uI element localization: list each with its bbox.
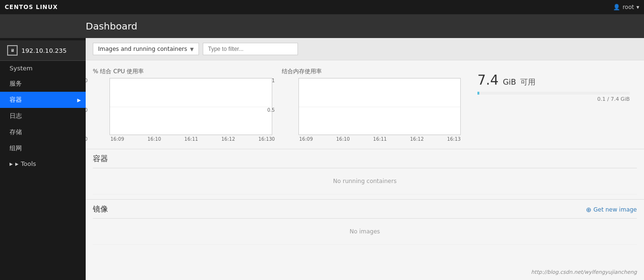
sidebar-item-services[interactable]: 服务 xyxy=(0,76,86,92)
memory-chart-wrapper: 1 0.5 0 16:09 16:10 16:11 xyxy=(282,78,461,142)
memory-number: 7.4 xyxy=(477,72,499,88)
images-section-header: 镜像 ⊕ Get new image xyxy=(93,204,637,219)
user-menu[interactable]: 👤 root ▾ xyxy=(613,4,639,10)
cpu-chart-svg xyxy=(110,78,272,135)
memory-chart-box xyxy=(298,78,461,135)
footer-watermark: http://blog.csdn.net/wylfengyujiancheng xyxy=(531,269,637,275)
memory-chart-container: 结合内存使用率 1 0.5 0 1 xyxy=(282,68,461,142)
cpu-chart-container: % 结合 CPU 使用率 100 50 0 xyxy=(93,68,272,142)
sidebar-item-system[interactable]: System xyxy=(0,61,86,76)
memory-y-labels: 1 0.5 0 xyxy=(268,78,275,142)
sidebar-item-network[interactable]: 组网 xyxy=(0,140,86,156)
sidebar-item-storage[interactable]: 存储 xyxy=(0,124,86,140)
memory-chart-svg xyxy=(299,78,461,135)
containers-section: 容器 No running containers xyxy=(86,149,644,199)
sidebar-device[interactable]: 🖥 192.10.10.235 xyxy=(0,40,86,61)
sidebar-item-logs[interactable]: 日志 xyxy=(0,108,86,124)
cpu-x-label-4: 16:12 xyxy=(221,136,235,142)
memory-value-row: 7.4 GiB 可用 xyxy=(477,72,630,88)
memory-detail: 0.1 / 7.4 GiB xyxy=(477,96,630,102)
sidebar-item-tools[interactable]: ▶ Tools xyxy=(0,156,86,171)
memory-stat: 7.4 GiB 可用 0.1 / 7.4 GiB xyxy=(470,68,637,107)
filter-bar: Images and running containers ▼ xyxy=(86,38,644,60)
memory-bar-container xyxy=(477,92,630,95)
sidebar-item-containers[interactable]: 容器 xyxy=(0,92,86,108)
memory-unit: GiB xyxy=(503,77,516,87)
sidebar-item-label: 服务 xyxy=(10,79,22,88)
topbar: CENTOS LINUX 👤 root ▾ xyxy=(0,0,644,14)
chevron-down-icon: ▼ xyxy=(190,47,194,52)
sidebar-item-label: 日志 xyxy=(10,112,22,120)
memory-bar xyxy=(477,92,479,95)
memory-x-labels: 16:09 16:10 16:11 16:12 16:13 xyxy=(298,136,461,142)
memory-y-label-bot: 0 xyxy=(268,136,275,142)
device-icon: 🖥 xyxy=(7,45,18,56)
cpu-x-label-1: 16:09 xyxy=(110,136,124,142)
memory-x-label-4: 16:12 xyxy=(410,136,424,142)
memory-x-label-3: 16:11 xyxy=(373,136,387,142)
brand-label: CENTOS LINUX xyxy=(5,4,58,10)
cpu-y-labels: 100 50 0 xyxy=(86,78,88,142)
cpu-x-labels: 16:09 16:10 16:11 16:12 16:13 xyxy=(109,136,272,142)
cpu-x-label-2: 16:10 xyxy=(148,136,161,142)
memory-available-label: 可用 xyxy=(520,77,535,87)
cpu-y-label-top: 100 xyxy=(86,78,88,83)
filter-dropdown-label: Images and running containers xyxy=(98,46,187,52)
plus-circle-icon: ⊕ xyxy=(586,206,592,213)
cpu-chart-wrapper: 100 50 0 16:09 16:10 16:1 xyxy=(93,78,272,142)
layout: 🖥 192.10.10.235 System 服务 容器 日志 存储 组网 ▶ … xyxy=(0,38,644,280)
memory-chart-title: 结合内存使用率 xyxy=(282,68,461,76)
sidebar: 🖥 192.10.10.235 System 服务 容器 日志 存储 组网 ▶ … xyxy=(0,38,86,280)
user-dropdown-icon: ▾ xyxy=(636,4,639,10)
memory-value: 7.4 GiB 可用 xyxy=(477,72,535,88)
sidebar-item-label: 容器 xyxy=(10,96,22,104)
containers-section-title: 容器 xyxy=(93,154,108,164)
main-content: Images and running containers ▼ % 结合 CPU… xyxy=(86,38,644,280)
sidebar-item-label: 存储 xyxy=(10,128,22,136)
memory-x-label-1: 16:09 xyxy=(299,136,313,142)
containers-section-header: 容器 xyxy=(93,154,637,168)
sidebar-item-label: Tools xyxy=(21,160,36,167)
images-section-title: 镜像 xyxy=(93,204,108,214)
images-empty-message: No images xyxy=(93,219,637,245)
cpu-y-label-bot: 0 xyxy=(86,136,88,142)
containers-empty-message: No running containers xyxy=(93,168,637,194)
arrow-icon: ▶ xyxy=(15,162,19,166)
user-icon: 👤 xyxy=(613,4,620,10)
page-title: Dashboard xyxy=(86,20,138,32)
get-new-image-link[interactable]: ⊕ Get new image xyxy=(586,206,637,213)
get-new-image-label: Get new image xyxy=(594,206,637,213)
memory-y-label-mid: 0.5 xyxy=(268,107,275,113)
device-ip: 192.10.10.235 xyxy=(21,47,67,54)
memory-x-label-2: 16:10 xyxy=(336,136,350,142)
charts-section: % 结合 CPU 使用率 100 50 0 xyxy=(86,60,644,149)
page-header: Dashboard xyxy=(0,14,644,38)
cpu-x-label-3: 16:11 xyxy=(184,136,198,142)
cpu-chart-box xyxy=(109,78,272,135)
memory-y-label-top: 1 xyxy=(268,78,275,83)
cpu-y-label-mid: 50 xyxy=(86,107,88,113)
filter-input[interactable] xyxy=(203,43,298,55)
sidebar-item-label: 组网 xyxy=(10,144,22,153)
sidebar-item-label: System xyxy=(10,65,32,72)
cpu-chart-title: % 结合 CPU 使用率 xyxy=(93,68,272,76)
filter-dropdown[interactable]: Images and running containers ▼ xyxy=(93,43,199,55)
user-label: root xyxy=(623,4,634,10)
memory-x-label-5: 16:13 xyxy=(447,136,461,142)
images-section: 镜像 ⊕ Get new image No images xyxy=(86,199,644,250)
